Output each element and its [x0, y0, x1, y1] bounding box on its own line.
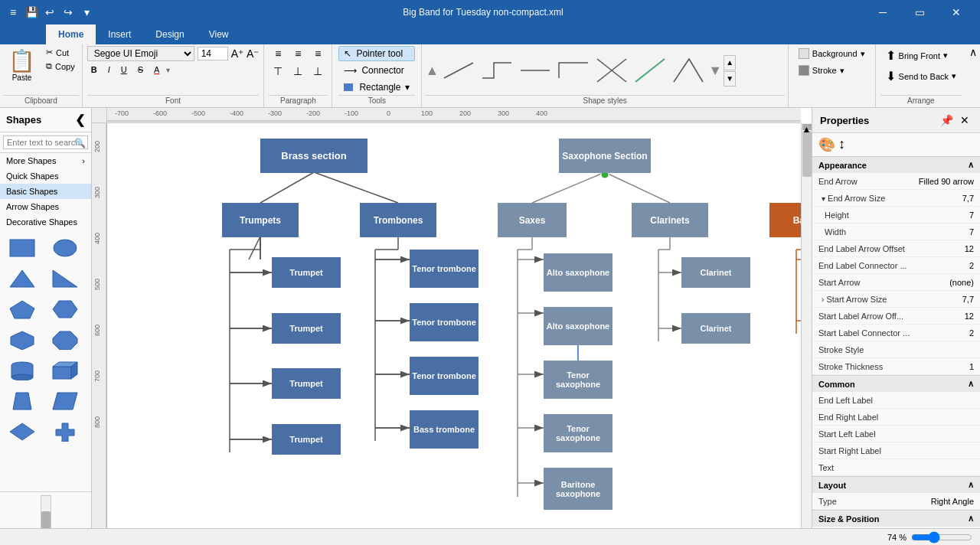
node-alto-saxophone-1[interactable]: Alto saxophone — [544, 253, 612, 292]
align-right-button[interactable]: ≡ — [309, 46, 327, 61]
scroll-up-arrow[interactable]: ▲ — [802, 124, 812, 130]
props-close-icon[interactable]: ✕ — [957, 113, 972, 128]
node-alto-saxophone-2[interactable]: Alto saxophone — [544, 307, 612, 345]
tab-view[interactable]: View — [197, 24, 241, 44]
bring-front-button[interactable]: ⬆ Bring Front ▾ — [880, 46, 962, 65]
props-layout-header[interactable]: Layout ∧ — [812, 477, 980, 493]
save-icon[interactable]: 💾 — [24, 5, 38, 19]
close-button[interactable]: ✕ — [939, 0, 974, 24]
maximize-button[interactable]: ▭ — [902, 0, 937, 24]
node-saxophone-section[interactable]: Saxophone Section — [559, 139, 651, 173]
pointer-tool-button[interactable]: ↖ Pointer tool — [338, 46, 415, 61]
redo-icon[interactable]: ↪ — [61, 5, 75, 19]
undo-icon[interactable]: ↩ — [43, 5, 57, 19]
tab-insert[interactable]: Insert — [96, 24, 143, 44]
strikethrough-button[interactable]: S — [134, 64, 147, 76]
shape-hexagon-2[interactable] — [5, 326, 40, 354]
node-clarinet-2[interactable]: Clarinet — [681, 313, 750, 344]
font-color-button[interactable]: A — [150, 64, 163, 76]
copy-button[interactable]: ⧉Copy — [42, 60, 79, 73]
tab-design[interactable]: Design — [143, 24, 196, 44]
shape-style-4[interactable] — [555, 55, 592, 86]
dropdown-icon[interactable]: ▾ — [80, 5, 93, 19]
props-appearance-header[interactable]: Appearance ∧ — [812, 157, 980, 173]
props-common-header[interactable]: Common ∧ — [812, 376, 980, 392]
tab-home[interactable]: Home — [46, 24, 96, 44]
valign-mid-button[interactable]: ⊥ — [289, 64, 307, 79]
send-back-dropdown-icon[interactable]: ▾ — [952, 71, 956, 81]
shape-style-2[interactable] — [479, 55, 515, 86]
node-trumpet-3[interactable]: Trumpet — [272, 368, 341, 399]
background-button[interactable]: Background ▾ — [793, 46, 871, 61]
connector-tool-button[interactable]: ⟶ Connector — [338, 63, 415, 78]
node-tenor-trombone-3[interactable]: Tenor trombone — [410, 357, 479, 395]
shapes-category-quick[interactable]: Quick Shapes — [0, 168, 91, 184]
node-trombones[interactable]: Trombones — [360, 203, 436, 237]
shape-right-triangle[interactable] — [47, 265, 83, 292]
bring-front-dropdown-icon[interactable]: ▾ — [943, 51, 948, 60]
shapes-category-basic[interactable]: Basic Shapes — [0, 184, 91, 199]
shape-octagon[interactable] — [47, 326, 83, 354]
italic-button[interactable]: I — [104, 64, 114, 76]
shape-style-7[interactable] — [670, 55, 707, 86]
vertical-scrollbar[interactable]: ▲ ▼ — [801, 123, 812, 545]
valign-bot-button[interactable]: ⊥ — [309, 64, 327, 79]
shapes-category-more[interactable]: More Shapes › — [0, 153, 91, 168]
background-dropdown-icon[interactable]: ▾ — [861, 49, 865, 59]
node-clarinet-1[interactable]: Clarinet — [681, 257, 750, 288]
node-brass-section[interactable]: Brass section — [260, 139, 368, 173]
scroll-up-icon[interactable]: ▲ — [425, 63, 439, 79]
shape-diamond[interactable] — [5, 418, 40, 445]
align-left-button[interactable]: ≡ — [269, 46, 287, 61]
diagram-canvas[interactable]: Brass section Saxophone Section Trumpets… — [107, 123, 801, 545]
expand-icon-arrow-size[interactable]: ▾ — [822, 194, 825, 203]
props-sort-icon[interactable]: ↕ — [838, 136, 845, 153]
shape-rectangle[interactable] — [5, 234, 40, 262]
node-tenor-saxophone-2[interactable]: Tenor saxophone — [544, 414, 612, 452]
props-pin-icon[interactable]: 📌 — [939, 113, 954, 128]
valign-top-button[interactable]: ⊤ — [269, 64, 287, 79]
font-size-input[interactable] — [198, 47, 228, 60]
minimize-button[interactable]: ─ — [865, 0, 900, 24]
shape-cylinder[interactable] — [5, 357, 40, 384]
shape-parallelogram[interactable] — [47, 387, 83, 415]
node-trumpet-4[interactable]: Trumpet — [272, 424, 341, 455]
shape-trapezoid[interactable] — [5, 387, 40, 415]
scroll-down-icon[interactable]: ▼ — [708, 63, 722, 79]
node-trumpet-1[interactable]: Trumpet — [272, 257, 341, 288]
node-tenor-saxophone-1[interactable]: Tenor saxophone — [544, 361, 612, 399]
stroke-button[interactable]: Stroke ▾ — [793, 63, 871, 78]
rectangle-tool-button[interactable]: Rectangle ▾ — [338, 80, 415, 95]
props-size-position-header[interactable]: Size & Position ∧ — [812, 511, 980, 527]
node-clarinets[interactable]: Clarinets — [632, 203, 708, 237]
shapes-panel-collapse-icon[interactable]: ❮ — [75, 113, 85, 127]
scroll-up-shape-icon[interactable]: ▲ — [724, 55, 736, 70]
font-color-arrow[interactable]: ▾ — [166, 66, 170, 74]
shape-triangle[interactable] — [5, 265, 40, 292]
scroll-thumb-v[interactable] — [802, 131, 812, 177]
shape-style-6[interactable] — [632, 55, 668, 86]
shapes-category-arrow[interactable]: Arrow Shapes — [0, 199, 91, 214]
font-grow-button[interactable]: A⁺ — [231, 47, 243, 60]
node-saxes[interactable]: Saxes — [498, 203, 567, 237]
node-tenor-trombone-1[interactable]: Tenor trombone — [410, 250, 479, 288]
stroke-dropdown-icon[interactable]: ▾ — [840, 66, 844, 76]
shape-pentagon[interactable] — [5, 295, 40, 323]
underline-button[interactable]: U — [117, 64, 131, 76]
node-trumpets[interactable]: Trumpets — [222, 203, 299, 237]
shape-style-5[interactable] — [593, 55, 630, 86]
node-baritone-saxophone[interactable]: Baritone saxophone — [544, 468, 612, 510]
shape-style-3[interactable] — [517, 55, 554, 86]
font-family-select[interactable]: Segoe UI Emoji — [87, 46, 194, 61]
ribbon-collapse-button[interactable]: ∧ — [966, 44, 980, 107]
shapes-category-decorative[interactable]: Decorative Shapes — [0, 214, 91, 230]
rectangle-dropdown-icon[interactable]: ▾ — [405, 82, 410, 93]
shape-hexagon[interactable] — [47, 295, 83, 323]
cut-button[interactable]: ✂Cut — [42, 46, 79, 59]
node-trumpet-2[interactable]: Trumpet — [272, 313, 341, 344]
shape-box[interactable] — [47, 357, 83, 384]
scroll-dn-shape-icon[interactable]: ▼ — [724, 71, 736, 86]
paste-button[interactable]: 📋 Paste — [3, 46, 41, 84]
font-shrink-button[interactable]: A⁻ — [247, 47, 259, 60]
node-bass-trombone[interactable]: Bass trombone — [410, 410, 479, 449]
